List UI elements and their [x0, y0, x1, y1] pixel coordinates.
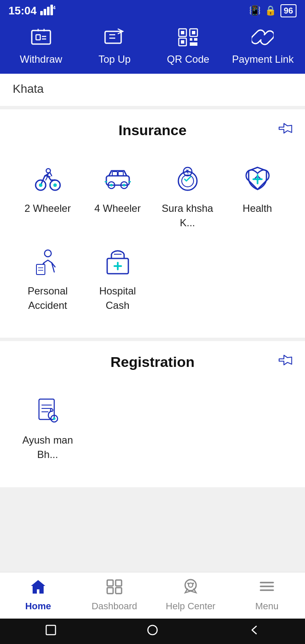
surakhsha-icon: ₹: [173, 164, 202, 195]
health-icon: [243, 164, 272, 195]
withdraw-icon: [30, 27, 52, 50]
qrcode-button[interactable]: QR Code: [158, 27, 218, 65]
insurance-2wheeler[interactable]: 2 Wheeler: [13, 155, 83, 238]
insurance-health[interactable]: Health: [222, 155, 292, 238]
svg-point-57: [53, 417, 55, 420]
svg-rect-2: [47, 7, 50, 15]
svg-rect-6: [36, 35, 40, 40]
time-display: 15:04: [8, 4, 37, 17]
payment-link-icon: [252, 27, 274, 50]
help-label: Help Center: [166, 601, 215, 612]
top-navigation: Withdraw Top Up: [0, 21, 305, 74]
payment-link-label: Payment Link: [232, 53, 294, 65]
svg-rect-18: [192, 31, 195, 34]
home-label: Home: [25, 601, 51, 612]
ayushman-label: Ayush man Bh...: [17, 433, 78, 461]
svg-point-28: [46, 169, 50, 173]
topup-button[interactable]: Top Up: [85, 27, 144, 65]
status-right: 📳 🔒 96: [249, 4, 297, 17]
svg-point-33: [110, 184, 113, 186]
svg-point-27: [53, 183, 57, 187]
svg-rect-61: [116, 588, 122, 594]
khata-label: Khata: [13, 82, 44, 95]
withdraw-button[interactable]: Withdraw: [11, 27, 71, 65]
insurance-title: Insurance: [13, 122, 292, 139]
bottom-navigation: Home Dashboard Help Center: [0, 572, 305, 619]
svg-rect-21: [190, 38, 192, 41]
bottom-nav-help[interactable]: Help Center: [159, 578, 222, 612]
svg-point-70: [148, 625, 157, 635]
registration-ayushman[interactable]: Ayush man Bh...: [13, 387, 83, 470]
insurance-4wheeler[interactable]: 4 Wheeler: [83, 155, 152, 238]
dashboard-label: Dashboard: [92, 601, 137, 612]
android-square-btn[interactable]: [44, 624, 57, 639]
help-icon: [182, 578, 200, 598]
dashboard-icon: [105, 578, 123, 598]
android-nav-bar: [0, 619, 305, 644]
registration-section: Registration: [0, 341, 305, 487]
ayushman-icon: [33, 396, 63, 427]
svg-rect-59: [116, 580, 122, 586]
svg-rect-58: [107, 580, 113, 586]
4wheeler-icon: [103, 164, 133, 195]
insurance-section: Insurance: [0, 109, 305, 338]
insurance-personal-accident[interactable]: Personal Accident: [13, 238, 83, 321]
2wheeler-icon: [33, 164, 63, 195]
menu-label: Menu: [255, 601, 278, 612]
2wheeler-label: 2 Wheeler: [25, 201, 71, 216]
svg-rect-45: [36, 264, 45, 275]
bottom-nav-dashboard[interactable]: Dashboard: [83, 578, 146, 612]
qrcode-icon: [177, 27, 199, 50]
svg-point-64: [187, 583, 189, 584]
personal-accident-icon: [33, 247, 63, 278]
svg-point-39: [182, 175, 194, 187]
svg-rect-5: [32, 31, 50, 44]
svg-text:4G: 4G: [53, 5, 55, 10]
topup-icon: [103, 27, 125, 50]
svg-point-56: [50, 409, 53, 411]
svg-rect-69: [46, 625, 55, 635]
svg-rect-1: [44, 9, 46, 15]
svg-rect-20: [181, 40, 184, 44]
home-icon: [29, 578, 47, 598]
personal-accident-label: Personal Accident: [17, 284, 78, 312]
khata-section: Khata: [0, 74, 305, 106]
status-bar: 15:04 4G 📳 🔒 96: [0, 0, 305, 21]
svg-point-44: [44, 250, 51, 257]
registration-title: Registration: [13, 354, 292, 370]
payment-link-button[interactable]: Payment Link: [232, 27, 294, 65]
signal-icon: 4G: [40, 4, 55, 17]
vibrate-icon: 📳: [249, 5, 261, 16]
health-label: Health: [243, 201, 272, 216]
svg-rect-29: [106, 176, 129, 185]
svg-rect-22: [194, 38, 197, 41]
android-back-btn[interactable]: [248, 624, 261, 639]
insurance-hospital-cash[interactable]: Hospital Cash: [83, 238, 152, 321]
withdraw-label: Withdraw: [20, 53, 62, 65]
svg-rect-16: [181, 31, 184, 34]
insurance-surakhsha[interactable]: ₹ Sura khsha K...: [152, 155, 222, 238]
svg-point-35: [123, 184, 125, 186]
svg-text:₹: ₹: [186, 169, 189, 175]
hospital-cash-icon: [103, 247, 133, 278]
insurance-items-grid: 2 Wheeler: [13, 155, 292, 321]
bottom-nav-home[interactable]: Home: [6, 578, 70, 612]
menu-icon: [258, 578, 276, 598]
android-circle-btn[interactable]: [146, 624, 159, 639]
bottom-nav-menu[interactable]: Menu: [235, 578, 299, 612]
surakhsha-label: Sura khsha K...: [157, 201, 218, 230]
battery-display: 96: [280, 4, 297, 17]
svg-rect-23: [190, 42, 197, 46]
status-left: 15:04 4G: [8, 4, 55, 17]
svg-rect-60: [107, 588, 113, 594]
svg-rect-0: [40, 11, 43, 15]
hospital-cash-label: Hospital Cash: [87, 284, 148, 312]
lock-icon: 🔒: [265, 5, 276, 16]
registration-items-grid: Ayush man Bh...: [13, 387, 292, 470]
svg-point-65: [192, 583, 194, 584]
4wheeler-label: 4 Wheeler: [94, 201, 141, 216]
svg-point-26: [39, 183, 42, 187]
topup-label: Top Up: [98, 53, 130, 65]
qrcode-label: QR Code: [167, 53, 209, 65]
svg-point-63: [189, 583, 193, 587]
